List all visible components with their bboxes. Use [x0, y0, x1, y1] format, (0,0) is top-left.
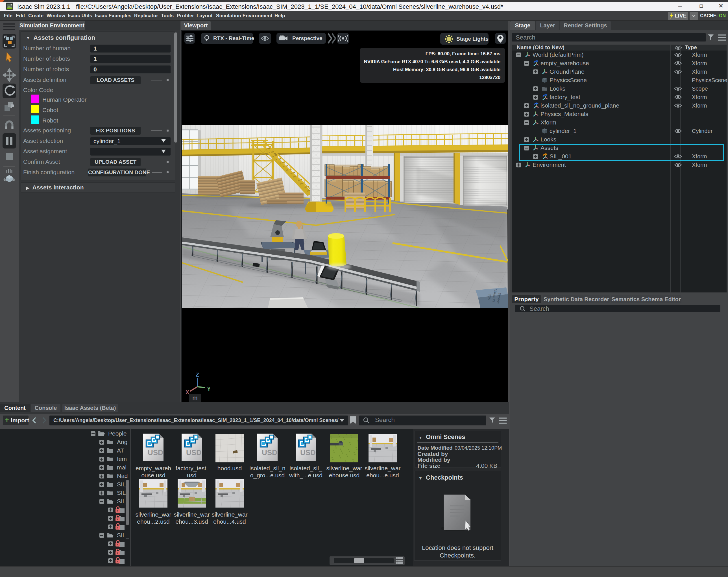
svg-text:Z: Z: [196, 372, 199, 378]
svg-text:Y: Y: [207, 386, 210, 392]
svg-text:USD: USD: [300, 448, 316, 457]
svg-text:USD: USD: [186, 448, 202, 457]
svg-text:USD: USD: [262, 448, 277, 457]
svg-text:USD: USD: [148, 448, 163, 457]
